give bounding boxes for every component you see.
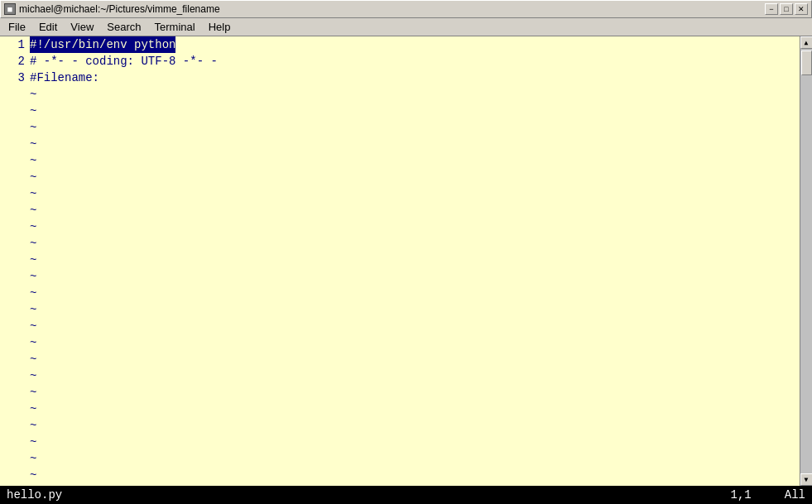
editor-container: 1 2 3 #!/usr/bin/env python # -*- - codi…	[0, 36, 812, 486]
line-num-1: 1	[0, 36, 25, 53]
status-filename: hello.py	[7, 488, 62, 502]
tilde-line: ~	[30, 252, 800, 268]
menu-edit[interactable]: Edit	[32, 19, 64, 35]
tilde-line: ~	[30, 285, 800, 301]
line-num-2: 2	[0, 53, 25, 70]
status-scroll: All	[785, 488, 805, 502]
tilde-line: ~	[30, 417, 800, 434]
menu-terminal[interactable]: Terminal	[148, 19, 202, 35]
tilde-line: ~	[30, 218, 800, 235]
scrollbar-track[interactable]	[800, 49, 813, 473]
menu-view[interactable]: View	[64, 19, 100, 35]
close-button[interactable]: ✕	[795, 3, 808, 15]
line3-text: #Filename:	[30, 70, 99, 86]
menu-file[interactable]: File	[2, 19, 32, 35]
scrollbar-up-button[interactable]: ▲	[800, 36, 813, 49]
menu-help[interactable]: Help	[202, 19, 238, 35]
cursor-block: #!/usr/bin/env python	[30, 36, 175, 53]
status-bar: hello.py 1,1 All	[0, 486, 812, 504]
code-line-2: # -*- - coding: UTF-8 -*- -	[30, 53, 800, 70]
editor-content[interactable]: #!/usr/bin/env python # -*- - coding: UT…	[30, 36, 800, 486]
menu-bar: File Edit View Search Terminal Help	[0, 18, 812, 36]
tilde-line: ~	[30, 318, 800, 334]
tilde-line: ~	[30, 334, 800, 351]
tilde-line: ~	[30, 268, 800, 285]
scrollbar-down-button[interactable]: ▼	[800, 473, 813, 486]
tilde-line: ~	[30, 450, 800, 467]
title-bar-left: ■ michael@michael:~/Pictures/vimme_filen…	[4, 3, 220, 15]
title-bar: ■ michael@michael:~/Pictures/vimme_filen…	[0, 0, 812, 18]
tilde-line: ~	[30, 384, 800, 401]
scrollbar[interactable]: ▲ ▼	[800, 36, 812, 486]
line-numbers: 1 2 3	[0, 36, 30, 486]
maximize-button[interactable]: □	[780, 3, 793, 15]
tilde-line: ~	[30, 235, 800, 252]
code-line-3: #Filename:	[30, 70, 800, 86]
tilde-line: ~	[30, 185, 800, 202]
window-title: michael@michael:~/Pictures/vimme_filenam…	[19, 3, 220, 15]
minimize-button[interactable]: −	[765, 3, 778, 15]
tilde-line: ~	[30, 467, 800, 483]
tilde-line: ~	[30, 301, 800, 318]
tilde-line: ~	[30, 434, 800, 450]
tilde-line: ~	[30, 152, 800, 169]
tilde-line: ~	[30, 136, 800, 152]
status-right: 1,1 All	[731, 488, 805, 502]
tilde-line: ~	[30, 351, 800, 367]
tilde-line: ~	[30, 103, 800, 119]
tilde-line: ~	[30, 86, 800, 103]
window-icon: ■	[4, 3, 16, 15]
status-position: 1,1	[731, 488, 752, 502]
line-num-3: 3	[0, 70, 25, 86]
scrollbar-thumb[interactable]	[801, 50, 812, 75]
title-bar-controls: − □ ✕	[765, 3, 808, 15]
tilde-line: ~	[30, 401, 800, 417]
tilde-line: ~	[30, 202, 800, 218]
code-line-1: #!/usr/bin/env python	[30, 36, 800, 53]
menu-search[interactable]: Search	[100, 19, 147, 35]
line2-text: # -*- - coding: UTF-8 -*- -	[30, 53, 218, 70]
tilde-line: ~	[30, 169, 800, 185]
tilde-line: ~	[30, 119, 800, 136]
tilde-line: ~	[30, 367, 800, 384]
